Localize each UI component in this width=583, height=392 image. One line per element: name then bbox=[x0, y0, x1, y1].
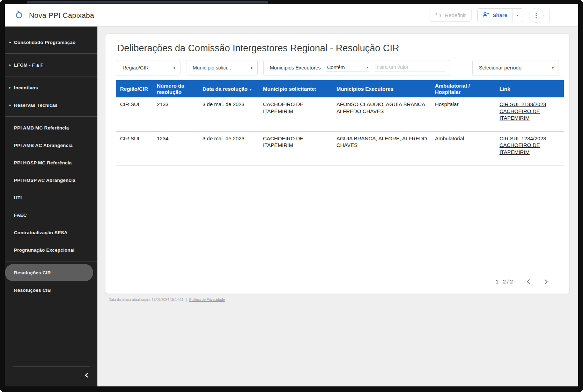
col-header-label: Data da resolução bbox=[202, 86, 248, 92]
kebab-menu-icon: ⋮ bbox=[533, 12, 540, 19]
looker-studio-logo-icon bbox=[15, 10, 23, 21]
caret-down-icon: ▾ bbox=[552, 66, 554, 70]
table-header-row: Região/CIR Número da resolução Data da r… bbox=[116, 80, 564, 97]
filter-operator-select[interactable]: Contém ▾ bbox=[326, 64, 369, 72]
sidebar-collapse-button[interactable] bbox=[83, 372, 90, 379]
filter-bar: Região/CIR ▾ Município solici... ▾ Munic… bbox=[116, 60, 565, 75]
sidebar-footer bbox=[5, 361, 97, 386]
sidebar-item-label: PPI HOSP AC Abrangência bbox=[14, 178, 75, 183]
sidebar-item-label: PPI AMB MC Referência bbox=[14, 125, 69, 131]
sidebar-item-ppi-hosp-mc-referencia[interactable]: PPI HOSP MC Referência bbox=[5, 154, 97, 171]
header-right: Redefinir Share ▾ bbox=[429, 8, 570, 23]
filter-operator-value: Contém bbox=[327, 65, 345, 70]
reset-button-label: Redefinir bbox=[445, 12, 466, 18]
sidebar-item-label: PPI HOSP MC Referência bbox=[14, 160, 72, 165]
col-header-ambulatorial-hospitalar[interactable]: Ambulatorial / Hospitalar bbox=[431, 80, 495, 97]
cell-numero: 2133 bbox=[153, 97, 198, 131]
sidebar-divider bbox=[5, 76, 97, 76]
pagination-prev-button[interactable] bbox=[525, 278, 531, 285]
caret-down-icon: ▾ bbox=[174, 66, 175, 70]
filter-municipio-solicitante-dropdown[interactable]: Município solici... ▾ bbox=[186, 60, 258, 75]
resolution-link[interactable]: CIR SUL 1234/2023 CACHOEIRO DE ITAPEMIRI… bbox=[500, 135, 546, 155]
expand-arrow-icon: ▸ bbox=[9, 103, 11, 107]
caret-down-icon: ▾ bbox=[367, 65, 368, 69]
col-header-label: Região/CIR bbox=[120, 86, 148, 92]
cell-tipo: Hospitalar bbox=[431, 97, 495, 131]
cell-solicitante: CACHOEIRO DE ITAPEMIRIM bbox=[259, 97, 332, 131]
col-header-label: Ambulatorial / Hospitalar bbox=[435, 83, 470, 95]
cell-executores: AGUIA BRANCA, ALEGRE, ALFREDO CHAVES bbox=[332, 131, 431, 165]
filter-period-dropdown[interactable]: Selecionar período ▾ bbox=[472, 60, 559, 75]
sidebar-item-label: PPI AMB AC Abrangência bbox=[14, 143, 73, 148]
sidebar-footer-divider bbox=[13, 366, 90, 367]
cell-executores: AFONSO CLAUDIO, AGUIA BRANCA, ALFREDO CH… bbox=[332, 97, 431, 131]
filter-region-cir-dropdown[interactable]: Região/CIR ▾ bbox=[116, 60, 180, 75]
sidebar-item-resolucoes-cir[interactable]: Resoluções CIR bbox=[5, 264, 93, 281]
sidebar-item-label: FAEC bbox=[14, 213, 27, 218]
sidebar-item-faec[interactable]: FAEC bbox=[5, 206, 97, 224]
caret-down-icon: ▾ bbox=[517, 13, 518, 17]
col-header-label: Número da resolução bbox=[157, 83, 184, 95]
col-header-link[interactable]: Link bbox=[495, 80, 564, 97]
pagination-range: 1 - 2 / 2 bbox=[496, 279, 513, 284]
table-row: CIR SUL 1234 3 de mai. de 2023 CACHOEIRO… bbox=[116, 131, 564, 165]
sidebar-item-reservas-tecnicas[interactable]: ▸ Reservas Técnicas bbox=[5, 96, 97, 114]
cell-link: CIR SUL 1234/2023 CACHOEIRO DE ITAPEMIRI… bbox=[495, 131, 564, 165]
sidebar-item-list: ▸ Consolidado Programação ▸ LFGM - F a F… bbox=[5, 27, 97, 299]
sidebar-item-label: Programação Excepcional bbox=[14, 247, 74, 253]
sidebar-divider bbox=[5, 53, 97, 54]
undo-icon bbox=[435, 12, 441, 18]
sidebar-item-incentivos[interactable]: ▸ Incentivos bbox=[5, 79, 97, 96]
cell-regiao: CIR SUL bbox=[116, 131, 153, 165]
window-top-strip bbox=[27, 1, 268, 3]
sidebar-item-ppi-amb-mc-referencia[interactable]: PPI AMB MC Referência bbox=[5, 119, 97, 136]
col-header-municipio-solicitante[interactable]: Município solicitante: bbox=[259, 80, 332, 97]
resolution-link[interactable]: CIR SUL 2133/2023 CACHOEIRO DE ITAPEMIRI… bbox=[500, 101, 546, 121]
sidebar-item-label: LFGM - F a F bbox=[14, 62, 43, 68]
pagination: 1 - 2 / 2 bbox=[496, 278, 549, 285]
share-split-button: Share ▾ bbox=[477, 8, 523, 22]
sidebar-item-ppi-hosp-ac-abrangencia[interactable]: PPI HOSP AC Abrangência bbox=[5, 171, 97, 189]
page-title: Deliberações da Comissão Intergestores R… bbox=[117, 43, 565, 54]
sidebar-collapse-row bbox=[13, 372, 90, 379]
sidebar-item-ppi-amb-ac-abrangencia[interactable]: PPI AMB AC Abrangência bbox=[5, 136, 97, 154]
report-card: Deliberações da Comissão Intergestores R… bbox=[105, 34, 570, 294]
sidebar-divider bbox=[5, 261, 97, 261]
reset-button[interactable]: Redefinir bbox=[429, 9, 472, 22]
app-header: Nova PPI Capixaba Redefinir bbox=[5, 4, 578, 27]
sidebar-item-label: Consolidado Programação bbox=[14, 40, 75, 45]
sidebar-item-uti[interactable]: UTI bbox=[5, 189, 97, 206]
filter-value-input[interactable] bbox=[375, 64, 445, 72]
more-options-button[interactable]: ⋮ bbox=[529, 8, 544, 23]
sidebar-item-label: Resoluções CIB bbox=[14, 288, 51, 293]
pagination-next-button[interactable] bbox=[544, 278, 549, 285]
privacy-policy-link[interactable]: Política de Privacidade bbox=[189, 298, 225, 302]
sidebar-nav: ▸ Consolidado Programação ▸ LFGM - F a F… bbox=[5, 27, 97, 386]
col-header-data-resolucao[interactable]: Data da resolução ▾ bbox=[198, 80, 259, 97]
share-dropdown-button[interactable]: ▾ bbox=[512, 9, 523, 22]
app-window: Nova PPI Capixaba Redefinir bbox=[5, 4, 578, 386]
col-header-municipios-executores[interactable]: Municípios Executores bbox=[332, 80, 431, 97]
col-header-label: Link bbox=[500, 86, 510, 92]
share-button[interactable]: Share bbox=[478, 9, 512, 22]
sidebar-item-lfgm-faf[interactable]: ▸ LFGM - F a F bbox=[5, 56, 97, 74]
sidebar-item-programacao-excepcional[interactable]: Programação Excepcional bbox=[5, 241, 97, 259]
sidebar-item-resolucoes-cib[interactable]: Resoluções CIB bbox=[5, 281, 97, 299]
screenshot-frame: Nova PPI Capixaba Redefinir bbox=[0, 0, 583, 392]
person-add-icon bbox=[482, 12, 489, 19]
sidebar-item-contratualizacao-sesa[interactable]: Contratualização SESA bbox=[5, 224, 97, 241]
filter-period-label: Selecionar período bbox=[479, 65, 522, 71]
sidebar-item-consolidado-programacao[interactable]: ▸ Consolidado Programação bbox=[5, 34, 97, 51]
col-header-numero-resolucao[interactable]: Número da resolução bbox=[153, 80, 198, 97]
share-button-label: Share bbox=[493, 12, 507, 18]
report-title: Nova PPI Capixaba bbox=[29, 11, 94, 20]
filter-municipio-label: Município solici... bbox=[193, 65, 231, 71]
sidebar-item-label: Resoluções CIR bbox=[14, 270, 51, 275]
col-header-regiao-cir[interactable]: Região/CIR bbox=[116, 80, 153, 97]
col-header-label: Municípios Executores bbox=[337, 86, 393, 92]
chevron-left-icon bbox=[84, 373, 88, 379]
user-avatar[interactable] bbox=[555, 8, 570, 23]
cell-numero: 1234 bbox=[153, 131, 198, 165]
chevron-left-icon bbox=[526, 280, 530, 286]
cell-tipo: Ambulatorial bbox=[431, 131, 495, 165]
